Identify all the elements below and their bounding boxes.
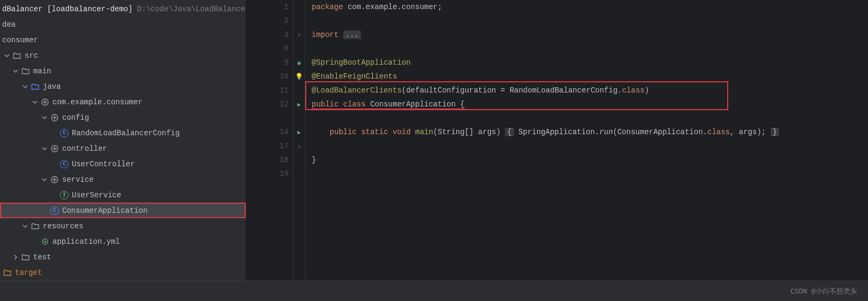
status-bar: CSDN @小白不想秃头 <box>0 281 868 301</box>
tree-item-test[interactable]: test <box>0 249 246 265</box>
class-icon: C <box>60 160 69 168</box>
run-gutter-icon[interactable]: ▶ <box>297 129 301 136</box>
svg-point-5 <box>44 241 46 243</box>
tree-item-config[interactable]: config <box>0 110 246 125</box>
line-number-gutter: 1 2 3 8 9 10 11 12 14 17 18 19 <box>246 0 293 281</box>
project-tree[interactable]: dBalancer [loadbalancer-demo] D:\code\Ja… <box>0 0 246 281</box>
package-icon <box>41 98 49 106</box>
code-editor[interactable]: 1 2 3 8 9 10 11 12 14 17 18 19 › ◉ 💡 ▶ ▶… <box>246 0 868 281</box>
project-name: dBalancer [loadbalancer-demo] <box>2 5 133 13</box>
chevron-down-icon[interactable] <box>41 114 48 121</box>
interface-icon: I <box>60 191 69 199</box>
tree-item-main[interactable]: main <box>0 63 246 79</box>
chevron-down-icon[interactable] <box>12 67 19 75</box>
tree-item-resources[interactable]: resources <box>0 218 246 234</box>
folder-icon <box>21 67 30 75</box>
chevron-down-icon[interactable] <box>21 222 29 230</box>
tree-item-java[interactable]: java <box>0 79 246 94</box>
tree-item-controller[interactable]: controller <box>0 141 246 156</box>
tree-item-consumer-application[interactable]: C ConsumerApplication <box>0 203 246 218</box>
tree-item-target[interactable]: target <box>0 265 246 280</box>
spring-bean-icon[interactable]: ◉ <box>297 60 301 66</box>
project-path: D:\code\Java\LoadBalance <box>137 5 245 13</box>
gutter-markers: › ◉ 💡 ▶ ▶ › <box>293 0 305 281</box>
folder-icon <box>21 253 30 261</box>
package-icon <box>50 113 59 122</box>
code-area[interactable]: package com.example.consumer; import ...… <box>305 0 868 281</box>
project-root[interactable]: dBalancer [loadbalancer-demo] D:\code\Ja… <box>0 1 246 17</box>
folded-imports[interactable]: ... <box>343 30 361 39</box>
tree-item-src[interactable]: src <box>0 48 246 63</box>
tree-item-service[interactable]: service <box>0 172 246 187</box>
source-folder-icon <box>31 82 40 91</box>
chevron-down-icon[interactable] <box>41 176 48 183</box>
tree-item-user-controller[interactable]: C UserController <box>0 156 246 172</box>
yaml-file-icon <box>41 237 49 246</box>
chevron-down-icon[interactable] <box>41 145 48 152</box>
excluded-folder-icon <box>3 268 12 277</box>
class-icon: C <box>50 206 59 215</box>
run-gutter-icon[interactable]: ▶ <box>297 102 301 108</box>
tree-item-consumer[interactable]: consumer <box>0 32 246 48</box>
package-icon <box>50 144 59 153</box>
chevron-down-icon[interactable] <box>3 52 11 59</box>
tree-item-package[interactable]: com.example.consumer <box>0 94 246 110</box>
chevron-right-icon[interactable] <box>12 253 19 261</box>
tree-item-random-config[interactable]: C RandomLoadBalancerConfig <box>0 125 246 141</box>
class-icon: C <box>60 129 69 137</box>
watermark-text: CSDN @小白不想秃头 <box>790 287 857 296</box>
intention-bulb-icon[interactable]: 💡 <box>295 73 303 81</box>
fold-icon[interactable]: › <box>297 32 301 39</box>
resources-folder-icon <box>31 222 40 230</box>
chevron-down-icon[interactable] <box>31 98 39 106</box>
tree-item-application-yml[interactable]: application.yml <box>0 234 246 249</box>
chevron-down-icon[interactable] <box>21 83 29 90</box>
package-icon <box>50 175 59 184</box>
tree-item-idea[interactable]: dea <box>0 17 246 32</box>
folder-icon <box>13 51 21 60</box>
tree-item-user-service[interactable]: I UserService <box>0 187 246 203</box>
fold-icon[interactable]: › <box>297 143 301 151</box>
